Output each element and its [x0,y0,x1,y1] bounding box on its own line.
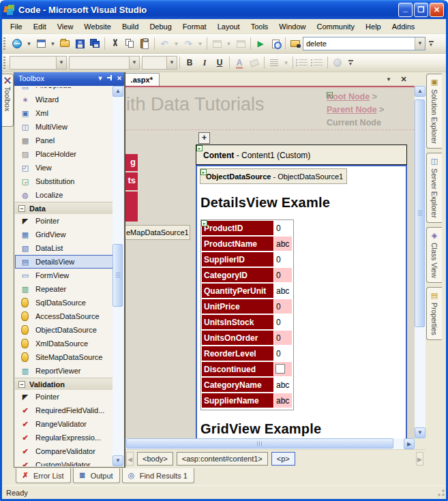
toolbox-item-requiredfieldvalidator[interactable]: ✔ RequiredFieldValid... [15,404,113,417]
toolbox-item-repeater[interactable]: ▥ Repeater [15,282,113,296]
toolbar-grip[interactable] [3,57,7,69]
close-document-button[interactable]: ✕ [398,74,409,85]
toolbox-item-objectdatasource[interactable]: ObjectDataSource [15,323,113,337]
toolbox-item-pointer-data[interactable]: ◤ Pointer [15,214,113,228]
tab-class-view[interactable]: Class View [426,227,442,283]
horizontal-scroll-thumb[interactable] [126,438,393,449]
toolbox-item-fileupload[interactable]: ▤ FileUpload [15,87,113,93]
scroll-down-button[interactable]: ▼ [415,427,425,438]
redo-dropdown[interactable]: ▼ [196,36,205,51]
document-list-dropdown[interactable]: ▼ [383,74,394,85]
smart-tag-icon[interactable]: ▸ [200,169,207,175]
toolbox-item-panel[interactable]: ▩ Panel [15,134,113,147]
toolbox-item-customvalidator[interactable]: ✔ CustomValidator [15,458,113,466]
scroll-right-button[interactable]: ▶ [404,438,415,449]
undo-dropdown[interactable]: ▼ [172,36,181,51]
find-combo[interactable]: delete ▼ [303,37,425,50]
toolbar-grip[interactable] [3,37,7,50]
add-item-dropdown[interactable]: ▼ [48,36,57,51]
underline-button[interactable]: U [212,55,227,70]
tagnav-asp-content[interactable]: <asp:content#content1> [177,452,268,466]
toolbox-header[interactable]: Toolbox ▼ ✕ [14,72,124,86]
new-website-dropdown[interactable]: ▼ [25,36,33,51]
font-name-combo[interactable]: ▼ [69,56,140,70]
toolbox-item-accessdatasource[interactable]: AccessDataSource [15,309,113,323]
bullet-list-button[interactable] [295,55,310,70]
toolbox-section-validation[interactable]: − Validation [15,378,113,390]
toolbox-item-view[interactable]: ◰ View [15,161,113,174]
toolbox-section-data[interactable]: − Data [15,202,113,214]
content-control-header[interactable]: Content - Content1 (Custom) [196,145,407,165]
menu-item[interactable]: Tools [245,20,274,33]
tab-toolbox[interactable]: Toolbox [2,74,14,127]
font-size-combo[interactable]: ▼ [142,56,177,70]
toolbox-item-detailsview[interactable]: ▤ DetailsView [15,255,113,269]
tab-properties[interactable]: Properties [426,287,442,340]
toolbox-item-wizard[interactable]: ∗ Wizard [15,93,113,106]
menu-item[interactable]: View [52,20,79,33]
maximize-button[interactable]: ❐ [414,3,428,17]
menu-item[interactable]: Format [177,20,212,33]
toolbox-item-comparevalidator[interactable]: ✔ CompareValidator [15,444,113,458]
tagnav-left-arrow[interactable]: ◀ [126,452,134,466]
content-control-body[interactable]: ▸ ObjectDataSource - ObjectDataSource1 D… [196,165,407,438]
numbered-list-button[interactable] [310,55,325,70]
toolbox-scroll-thumb[interactable] [113,244,123,307]
toolbox-item-datalist[interactable]: ▧ DataList [15,241,113,255]
menu-item[interactable]: Window [273,20,311,33]
italic-button[interactable]: I [197,55,212,70]
toolbox-item-reportviewer[interactable]: ▥ ReportViewer [15,364,113,378]
left-nav-fragment[interactable]: g [125,154,138,171]
menu-item[interactable]: Layout [212,20,245,33]
toolbox-item-pointer-validation[interactable]: ◤ Pointer [15,390,113,404]
find-combo-dropdown[interactable]: ▼ [415,37,425,50]
vertical-scroll-thumb[interactable] [415,100,425,327]
tagnav-right-arrow[interactable]: ▶ [416,452,423,466]
breadcrumb-root-link[interactable]: Root Node [327,92,370,102]
toolbox-item-sitemapdatasource[interactable]: SiteMapDataSource [15,350,113,364]
move-handle-icon[interactable]: + [198,132,210,144]
tab-error-list[interactable]: Error List [16,468,71,483]
auto-hide-pin-icon[interactable] [105,74,115,86]
window-position-icon[interactable]: ▼ [95,74,105,86]
find-combo-value[interactable]: delete [306,40,415,48]
scroll-down-button[interactable]: ▼ [113,455,123,466]
start-debugging-button[interactable]: ▶ [253,36,268,51]
minimize-button[interactable]: _ [398,3,413,17]
sitemapdatasource-box-fragment[interactable]: eMapDataSource1 [125,225,190,240]
menu-item[interactable]: Help [360,20,387,33]
tagnav-body[interactable]: <body> [137,452,173,466]
align-button[interactable] [267,55,282,70]
font-color-button[interactable]: A [232,55,247,70]
title-bar[interactable]: Code - Microsoft Visual Studio _ ❐ ✕ [0,0,448,19]
toolbox-item-xml[interactable]: ▣ Xml [15,106,113,120]
save-button[interactable] [72,36,87,51]
menu-item[interactable]: Website [78,20,117,33]
find-in-files-button[interactable] [288,36,303,51]
breadcrumb-parent-link[interactable]: Parent Node [327,105,377,115]
tagnav-p[interactable]: <p> [271,452,295,466]
scroll-up-button[interactable]: ▲ [415,86,425,97]
tab-server-explorer[interactable]: Server Explorer [426,153,442,223]
undo-button[interactable]: ↶ [157,36,172,51]
close-toolbox-icon[interactable]: ✕ [115,74,124,86]
toolbox-item-gridview[interactable]: ▦ GridView [15,228,113,241]
copy-button[interactable] [122,36,137,51]
toolbox-item-multiview[interactable]: ◫ MultiView [15,120,113,134]
hyperlink-button[interactable] [330,55,345,70]
left-nav-fragment[interactable]: ts [125,172,138,190]
menu-item[interactable]: Community [311,20,360,33]
tab-output[interactable]: Output [73,468,120,483]
smart-tag-icon[interactable]: ▸ [201,220,207,226]
menu-item[interactable]: Edit [28,20,52,33]
objectdatasource-control[interactable]: ▸ ObjectDataSource - ObjectDataSource1 [200,168,347,184]
tab-solution-explorer[interactable]: Solution Explorer [426,74,442,149]
save-all-button[interactable] [87,36,102,51]
scroll-up-button[interactable]: ▲ [113,86,123,97]
document-horizontal-scrollbar[interactable]: ▶ [125,438,415,449]
resize-grip[interactable] [436,489,445,498]
menu-item[interactable]: Addins [387,20,421,33]
toolbox-scrollbar[interactable]: ▲ ▼ [113,86,123,466]
toolbar-overflow-button[interactable]: ▼ [427,37,435,50]
align-dropdown[interactable]: ▼ [282,55,290,70]
